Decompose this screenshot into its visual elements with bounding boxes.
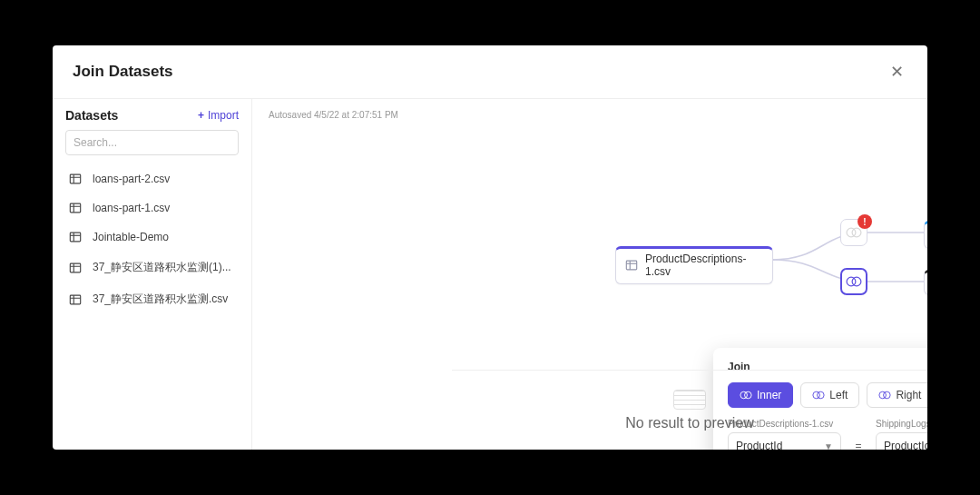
modal-header: Join Datasets ✕ [53, 45, 927, 99]
table-icon [69, 173, 82, 185]
dataset-item[interactable]: loans-part-1.csv [65, 193, 250, 223]
error-badge: ! [858, 214, 872, 229]
dataset-item-label: 37_静安区道路积水监测(1)... [93, 260, 231, 275]
import-button[interactable]: + Import [198, 109, 239, 122]
preview-panel: No result to preview [452, 370, 927, 450]
source-node[interactable]: ProductDescriptions-1.csv [615, 246, 773, 284]
table-icon [69, 202, 82, 214]
join-datasets-modal: Join Datasets ✕ Datasets + Import loans-… [53, 45, 927, 450]
dataset-item-label: loans-part-1.csv [93, 202, 170, 214]
dataset-item-label: 37_静安区道路积水监测.csv [93, 292, 228, 307]
dataset-item[interactable]: loans-part-2.csv [65, 164, 250, 193]
target-node-b[interactable]: ShippingLogs.csv [924, 270, 927, 295]
join-node-a[interactable]: ! [840, 219, 867, 246]
modal-title: Join Datasets [73, 63, 173, 81]
search-wrapper [53, 130, 251, 164]
dataset-item[interactable]: 37_静安区道路积水监测.csv [65, 283, 250, 315]
join-canvas[interactable]: Autosaved 4/5/22 at 2:07:51 PM ProductDe… [252, 99, 927, 450]
datasets-sidebar: Datasets + Import loans-part-2.csv loans… [53, 99, 252, 450]
join-node-b[interactable] [840, 268, 867, 295]
table-icon [69, 231, 82, 243]
dataset-item[interactable]: 37_静安区道路积水监测(1)... [65, 252, 250, 283]
sidebar-header: Datasets + Import [53, 99, 251, 130]
dataset-item[interactable]: Jointable-Demo [65, 223, 250, 252]
modal-body: Datasets + Import loans-part-2.csv loans… [53, 99, 927, 450]
preview-empty-text: No result to preview [625, 415, 753, 431]
sidebar-title: Datasets [65, 108, 118, 123]
preview-placeholder-icon [673, 390, 706, 410]
target-node-a[interactable]: 每日天气信息_29200009... [924, 221, 927, 249]
table-icon [69, 293, 82, 306]
venn-icon [846, 273, 862, 290]
close-button[interactable]: ✕ [887, 58, 907, 85]
autosave-text: Autosaved 4/5/22 at 2:07:51 PM [269, 110, 398, 120]
plus-icon: + [198, 109, 204, 122]
source-node-label: ProductDescriptions-1.csv [645, 252, 763, 278]
table-icon [625, 259, 638, 272]
dataset-list[interactable]: loans-part-2.csv loans-part-1.csv Jointa… [53, 164, 251, 450]
table-icon [69, 262, 82, 274]
search-input[interactable] [65, 130, 239, 155]
import-label: Import [208, 109, 239, 122]
dataset-item-label: loans-part-2.csv [93, 173, 170, 185]
dataset-item-label: Jointable-Demo [93, 231, 169, 243]
